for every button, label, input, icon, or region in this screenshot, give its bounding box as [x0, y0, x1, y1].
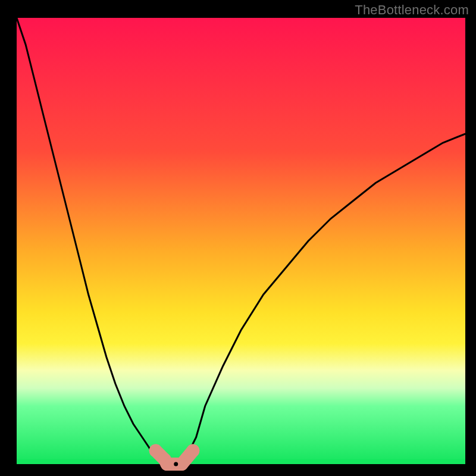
- marker-dot: [186, 444, 199, 458]
- chart-frame: TheBottleneck.com: [0, 0, 476, 476]
- watermark: TheBottleneck.com: [355, 2, 469, 18]
- optimum-band: [17, 459, 465, 464]
- plot-background: [17, 18, 465, 464]
- optimum-dot: [174, 462, 178, 466]
- bottleneck-chart: [0, 0, 476, 476]
